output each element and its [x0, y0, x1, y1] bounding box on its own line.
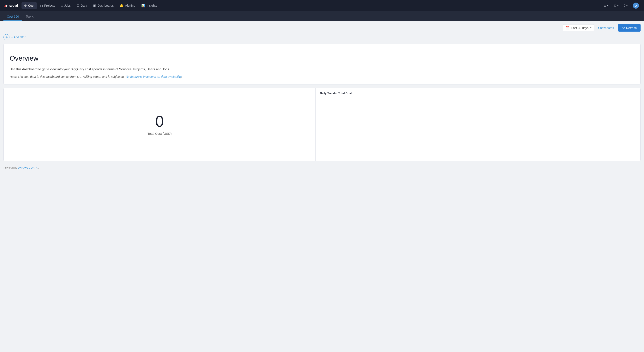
filter-icon: ⊘ [6, 36, 8, 39]
user-menu[interactable]: U [631, 1, 640, 10]
nav-insights[interactable]: 📊 Insights [139, 2, 160, 9]
alerting-icon: 🔔 [120, 4, 124, 7]
subnav-cost360[interactable]: Cost 360 [4, 13, 22, 21]
total-cost-widget: 0 Total Cost (USD) [4, 88, 316, 161]
jobs-icon: ≡ [61, 4, 63, 7]
total-cost-label: Total Cost (USD) [147, 132, 172, 135]
calendar-icon: 📅 [565, 26, 570, 30]
add-filter-button[interactable]: + Add filter [11, 35, 26, 39]
apps-chevron: ▾ [607, 4, 608, 7]
refresh-button[interactable]: ↻ Refresh [618, 24, 640, 31]
nav-data-label: Data [81, 4, 87, 7]
overview-note-link[interactable]: this feature's limitations on data avail… [125, 75, 181, 78]
nav-dashboards-label: Dashboards [98, 4, 114, 7]
total-cost-value: 0 [155, 114, 164, 129]
overview-card-header: ··· [4, 44, 640, 50]
nav-projects-label: Projects [44, 4, 55, 7]
show-dates-button[interactable]: Show dates [596, 25, 616, 31]
projects-icon: ◻ [40, 4, 43, 7]
data-icon: ⬡ [76, 4, 79, 7]
top-nav: unravel ⊙ Cost ◻ Projects ≡ Jobs ⬡ Data … [0, 0, 644, 11]
nav-insights-label: Insights [147, 4, 157, 7]
settings-icon: ⚙ [614, 4, 616, 7]
main-content: 📅 Last 30 days ▾ Show dates ↻ Refresh ⊘ … [0, 21, 644, 165]
footer-period: . [38, 166, 39, 169]
refresh-icon: ↻ [622, 26, 625, 30]
nav-jobs-label: Jobs [64, 4, 71, 7]
dashboards-icon: ▣ [93, 4, 96, 7]
nav-alerting[interactable]: 🔔 Alerting [117, 2, 138, 9]
grid-icon: ⊞ [604, 4, 606, 7]
page-footer: Powered by UNRAVEL DATA . [0, 165, 644, 171]
filter-row: ⊘ + Add filter [4, 34, 640, 40]
date-range-label: Last 30 days [571, 26, 588, 30]
filter-icon-button[interactable]: ⊘ [4, 34, 10, 40]
help-button[interactable]: ? ▾ [622, 2, 629, 8]
avatar: U [633, 2, 639, 8]
date-range-picker[interactable]: 📅 Last 30 days ▾ [563, 24, 594, 31]
overview-description: Use this dashboard to get a view into yo… [10, 67, 634, 72]
cost-icon: ⊙ [24, 4, 27, 7]
overview-note-suffix: . [181, 75, 182, 78]
overview-title: Overview [10, 54, 634, 62]
nav-dashboards[interactable]: ▣ Dashboards [90, 2, 116, 9]
subnav-topk[interactable]: Top K [22, 13, 37, 21]
nav-cost-label: Cost [28, 4, 34, 7]
toolbar: 📅 Last 30 days ▾ Show dates ↻ Refresh [4, 24, 640, 31]
overview-note-prefix: Note: The cost data in this dashboard co… [10, 75, 125, 78]
footer-brand-link[interactable]: UNRAVEL DATA [18, 166, 38, 169]
nav-data[interactable]: ⬡ Data [74, 2, 90, 9]
date-chevron-icon: ▾ [590, 26, 592, 29]
insights-icon: 📊 [141, 4, 146, 7]
sub-nav: Cost 360 Top K [0, 11, 644, 21]
help-icon: ? [624, 4, 626, 7]
apps-button[interactable]: ⊞ ▾ [602, 2, 610, 8]
overview-more-button[interactable]: ··· [633, 45, 638, 50]
footer-powered-by: Powered by [4, 166, 18, 169]
app-logo: unravel [4, 3, 18, 8]
chart-title: Daily Trends: Total Cost [320, 91, 636, 95]
charts-row: 0 Total Cost (USD) Daily Trends: Total C… [4, 88, 640, 161]
nav-right-group: ⊞ ▾ ⚙ ▾ ? ▾ U [602, 1, 640, 10]
chart-empty-area [320, 97, 636, 158]
nav-projects[interactable]: ◻ Projects [38, 2, 58, 9]
nav-alerting-label: Alerting [125, 4, 135, 7]
settings-chevron: ▾ [617, 4, 618, 7]
overview-card: ··· Overview Use this dashboard to get a… [4, 44, 640, 84]
settings-button[interactable]: ⚙ ▾ [612, 2, 620, 8]
nav-cost[interactable]: ⊙ Cost [22, 2, 37, 9]
help-chevron: ▾ [626, 4, 628, 7]
daily-trends-chart: Daily Trends: Total Cost [316, 88, 640, 161]
nav-jobs[interactable]: ≡ Jobs [58, 2, 73, 9]
overview-note: Note: The cost data in this dashboard co… [10, 74, 634, 79]
